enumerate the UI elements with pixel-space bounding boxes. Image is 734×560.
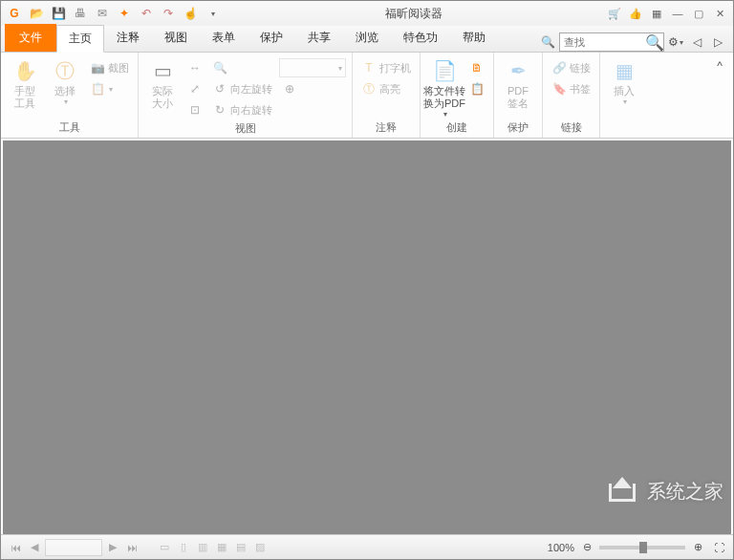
- tab-bar: 文件 主页 注释 视图 表单 保护 共享 浏览 特色功 帮助 🔍 🔍 ⚙▾ ◁ …: [1, 26, 733, 53]
- actual-size-button[interactable]: ▭ 实际 大小: [144, 58, 181, 110]
- rotate-left-button[interactable]: ↺ 向左旋转: [209, 79, 275, 98]
- snapshot-button[interactable]: 📷 截图: [87, 58, 132, 77]
- layout-book2-icon[interactable]: ▨: [251, 539, 269, 556]
- fullscreen-icon[interactable]: ⛶: [710, 539, 727, 556]
- fit-page-button[interactable]: ⤢: [184, 79, 205, 98]
- save-icon[interactable]: 💾: [49, 4, 68, 23]
- typewriter-button[interactable]: T 打字机: [358, 58, 414, 77]
- tab-browse[interactable]: 浏览: [343, 24, 391, 52]
- link-icon: 🔗: [551, 60, 567, 75]
- zoom-slider[interactable]: [599, 546, 685, 549]
- layout-facing-icon[interactable]: ▥: [194, 539, 211, 556]
- insert-button[interactable]: ▦ 插入 ▾: [606, 58, 642, 106]
- highlight-button[interactable]: Ⓣ 高亮: [358, 79, 414, 98]
- zoom-label: 100%: [548, 542, 574, 553]
- zoom-in-button[interactable]: ⊕: [279, 79, 346, 98]
- status-bar: ⏮ ◀ ▶ ⏭ ▭ ▯ ▥ ▦ ▤ ▨ 100% ⊖ ⊕ ⛶: [1, 534, 733, 559]
- grid-icon[interactable]: ▦: [647, 5, 666, 22]
- last-page-button[interactable]: ⏭: [123, 539, 140, 556]
- layout-book-icon[interactable]: ▤: [232, 539, 249, 556]
- group-tools: ✋ 手型 工具 Ⓣ 选择 ▾ 📷 截图 📋 ▾ 工具: [1, 53, 139, 138]
- tab-file[interactable]: 文件: [5, 24, 56, 52]
- next-page-button[interactable]: ▶: [104, 539, 121, 556]
- zoom-out-button[interactable]: 🔍: [209, 58, 275, 77]
- zoom-combo[interactable]: ▾: [279, 58, 346, 77]
- rotate-right-button[interactable]: ↻ 向右旋转: [209, 100, 275, 119]
- convert-button[interactable]: 📄 将文件转 换为PDF ▾: [426, 58, 463, 118]
- blank-pdf-icon: 🗎: [469, 60, 485, 75]
- group-link: 🔗 链接 🔖 书签 链接: [543, 53, 600, 138]
- layout-cont-icon[interactable]: ▯: [175, 539, 192, 556]
- close-button[interactable]: ✕: [710, 5, 729, 22]
- quick-access-toolbar: G 📂 💾 🖶 ✉ ✦ ↶ ↷ ☝ ▾ 福昕阅读器 🛒 👍 ▦ — ▢ ✕: [1, 1, 733, 26]
- group-create-label: 创建: [446, 118, 467, 138]
- link-button[interactable]: 🔗 链接: [549, 58, 594, 77]
- layout-single-icon[interactable]: ▭: [156, 539, 173, 556]
- tab-form[interactable]: 表单: [200, 24, 248, 52]
- fit-width-icon: ↔: [187, 60, 203, 75]
- tab-share[interactable]: 共享: [295, 24, 343, 52]
- search-folder-icon[interactable]: 🔍: [538, 32, 557, 52]
- nav-next-icon[interactable]: ▷: [708, 32, 727, 52]
- layout-cont-facing-icon[interactable]: ▦: [213, 539, 230, 556]
- camera-icon: 📷: [90, 60, 105, 75]
- search-input[interactable]: [560, 36, 646, 48]
- first-page-button[interactable]: ⏮: [7, 539, 24, 556]
- maximize-button[interactable]: ▢: [689, 5, 708, 22]
- app-logo-icon[interactable]: G: [5, 4, 24, 23]
- fit-visible-button[interactable]: ⊡: [184, 100, 205, 119]
- prev-page-button[interactable]: ◀: [26, 539, 43, 556]
- clipboard-button[interactable]: 📋 ▾: [87, 79, 132, 98]
- highlight-icon: Ⓣ: [361, 81, 377, 97]
- fit-page-icon: ⤢: [187, 81, 203, 97]
- qat-more-icon[interactable]: ▾: [203, 4, 222, 23]
- search-button[interactable]: 🔍: [646, 33, 663, 51]
- tab-view[interactable]: 视图: [152, 24, 200, 52]
- group-view-label: 视图: [235, 119, 256, 139]
- group-link-label: 链接: [561, 118, 582, 138]
- open-icon[interactable]: 📂: [27, 4, 46, 23]
- new-icon[interactable]: ✦: [115, 4, 134, 23]
- ribbon: ✋ 手型 工具 Ⓣ 选择 ▾ 📷 截图 📋 ▾ 工具: [1, 53, 733, 139]
- zoom-in-status-button[interactable]: ⊕: [689, 539, 706, 556]
- bookmark-button[interactable]: 🔖 书签: [549, 79, 594, 98]
- tab-protect[interactable]: 保护: [248, 24, 295, 52]
- zoom-in-icon: ⊕: [282, 81, 297, 97]
- document-canvas: 系统之家: [3, 140, 731, 534]
- print-icon[interactable]: 🖶: [71, 4, 90, 23]
- collapse-ribbon-icon[interactable]: ^: [710, 56, 729, 75]
- bookmark-icon: 🔖: [551, 81, 567, 97]
- sign-button[interactable]: ✒ PDF 签名: [500, 58, 536, 110]
- rotate-right-icon: ↻: [212, 102, 227, 118]
- group-create: 📄 将文件转 换为PDF ▾ 🗎 📋 创建: [421, 53, 494, 138]
- from-clipboard-button[interactable]: 📋: [466, 79, 487, 98]
- group-annotate: T 打字机 Ⓣ 高亮 注释: [353, 53, 421, 138]
- tab-home[interactable]: 主页: [56, 25, 104, 53]
- gear-icon[interactable]: ⚙▾: [666, 32, 685, 52]
- zoom-out-icon: 🔍: [212, 60, 227, 75]
- tab-feature[interactable]: 特色功: [391, 24, 450, 52]
- convert-icon: 📄: [432, 58, 457, 83]
- watermark-icon: [605, 477, 643, 506]
- touch-icon[interactable]: ☝: [181, 4, 200, 23]
- nav-prev-icon[interactable]: ◁: [687, 32, 706, 52]
- minimize-button[interactable]: —: [668, 5, 687, 22]
- cart-icon[interactable]: 🛒: [605, 5, 624, 22]
- insert-icon: ▦: [612, 58, 637, 83]
- zoom-out-status-button[interactable]: ⊖: [578, 539, 595, 556]
- hand-tool-button[interactable]: ✋ 手型 工具: [7, 58, 43, 110]
- hand-icon: ✋: [12, 58, 37, 83]
- fit-width-button[interactable]: ↔: [184, 58, 205, 77]
- zoom-thumb[interactable]: [639, 542, 647, 553]
- blank-pdf-button[interactable]: 🗎: [466, 58, 487, 77]
- sign-icon: ✒: [506, 58, 530, 83]
- tab-annotate[interactable]: 注释: [104, 24, 152, 52]
- like-icon[interactable]: 👍: [626, 5, 645, 22]
- group-protect: ✒ PDF 签名 保护: [494, 53, 543, 138]
- mail-icon[interactable]: ✉: [93, 4, 112, 23]
- select-tool-button[interactable]: Ⓣ 选择 ▾: [47, 58, 83, 106]
- page-input[interactable]: [45, 539, 102, 556]
- undo-icon[interactable]: ↶: [137, 4, 156, 23]
- tab-help[interactable]: 帮助: [450, 24, 498, 52]
- redo-icon[interactable]: ↷: [159, 4, 178, 23]
